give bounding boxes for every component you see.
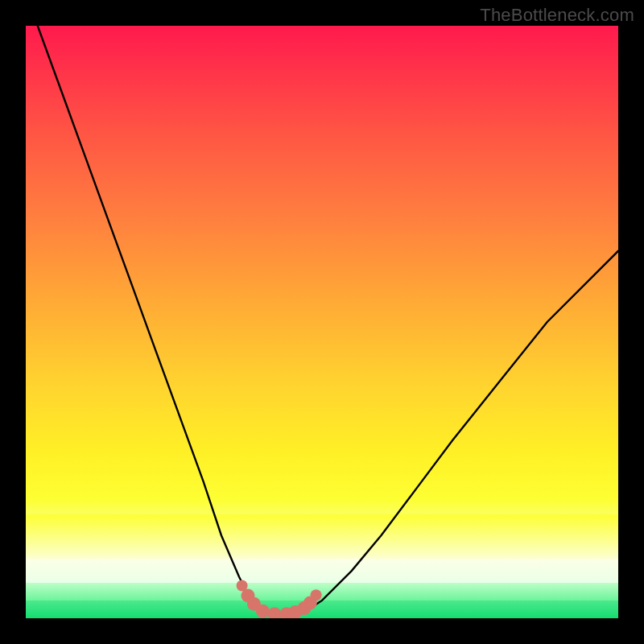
trough-dots <box>237 580 322 619</box>
bottleneck-curve <box>38 26 618 615</box>
chart-frame: TheBottleneck.com <box>0 0 644 644</box>
trough-dot <box>256 605 270 618</box>
trough-dot <box>268 607 282 618</box>
plot-area <box>26 26 618 618</box>
curve-layer <box>26 26 618 618</box>
watermark-text: TheBottleneck.com <box>480 5 634 26</box>
trough-dot <box>311 589 322 601</box>
